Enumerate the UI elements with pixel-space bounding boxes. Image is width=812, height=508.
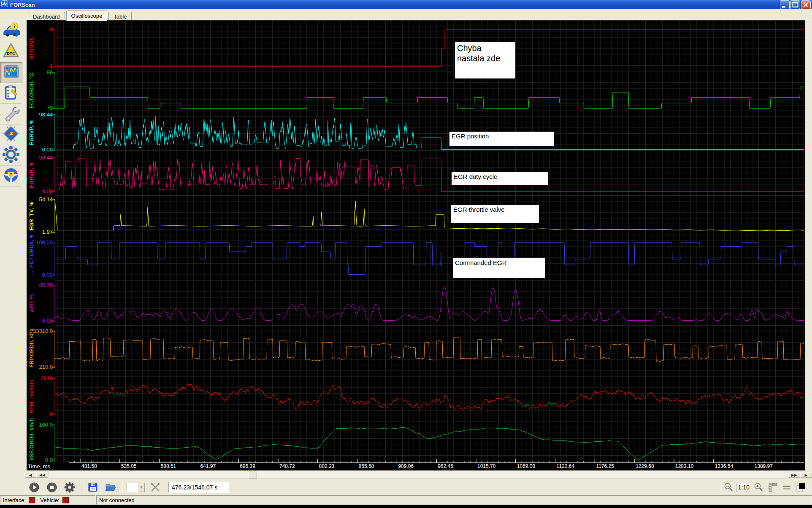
- channel-scale-max: 98.44: [27, 111, 53, 118]
- time-tick-label: 1336.54: [715, 463, 733, 469]
- maximize-button[interactable]: [790, 0, 800, 9]
- scroll-left-button-0[interactable]: ◀: [24, 473, 36, 478]
- zoom-in-button[interactable]: [752, 481, 765, 494]
- record-settings-button[interactable]: [61, 481, 78, 494]
- time-tick-label: 1015.70: [477, 463, 495, 469]
- scroll-left-button-1[interactable]: ◀◀: [36, 473, 48, 478]
- save-button[interactable]: [84, 481, 102, 494]
- sidebar-button-dtc[interactable]: DTC: [0, 41, 22, 62]
- tests-icon: [2, 84, 20, 103]
- annotation-box[interactable]: Chyba nastala zde: [455, 42, 515, 78]
- channel-scale-max: 98.44: [27, 154, 53, 161]
- time-tick-label: 1389.97: [755, 463, 773, 469]
- vehicle-label: Vehicle:: [40, 497, 60, 503]
- time-tick-label: 1176.25: [596, 463, 614, 469]
- play-button[interactable]: [25, 481, 43, 494]
- channel-scale-min: 79: [27, 105, 53, 111]
- sidebar-button-tests[interactable]: [0, 83, 22, 104]
- channel-scale-min: 1: [27, 63, 53, 69]
- sidebar-button-help[interactable]: ?: [0, 166, 22, 186]
- svg-text:i: i: [13, 23, 15, 30]
- scroll-right-button-1[interactable]: ▶: [800, 473, 812, 478]
- channel-name-label: RPM, rev/min: [27, 378, 36, 415]
- settings-icon: [2, 146, 20, 165]
- window-title: FORScan: [10, 2, 779, 8]
- channel-name-label: EGRVR, %: [27, 158, 36, 192]
- ruler-button[interactable]: [766, 481, 779, 494]
- zoom-out-button[interactable]: [723, 481, 735, 494]
- bottom-strip: [0, 505, 812, 508]
- scrollbar-track[interactable]: [49, 470, 788, 479]
- time-tick-label: 802.23: [319, 463, 335, 469]
- channel-name-label: FRP.OBDII, kPa: [27, 331, 36, 367]
- svg-text:?: ?: [10, 172, 12, 176]
- toolbar-separator: [122, 482, 122, 493]
- time-tick-label: 588.51: [161, 463, 176, 469]
- tab-dashboard[interactable]: Dashboard: [28, 12, 65, 21]
- help-icon: ?: [2, 166, 20, 186]
- lines-button[interactable]: [780, 481, 793, 494]
- channel-scale-min: 0.0: [27, 457, 53, 463]
- sidebar-button-vehicle-info[interactable]: i: [0, 21, 22, 41]
- time-tick-label: 962.45: [438, 463, 453, 469]
- toolbar-separator: [81, 482, 81, 493]
- channel-name-label: VSS.OBDII, km/h: [27, 425, 36, 461]
- channel-name-label: EGRVP, %: [27, 115, 36, 150]
- close-button[interactable]: [801, 0, 811, 9]
- channel-scale-min: 0.00: [27, 146, 53, 153]
- service-icon: [2, 104, 20, 124]
- annotation-box[interactable]: EGR throttle valve: [451, 205, 539, 223]
- channel-scale-max: 80.78: [27, 282, 53, 288]
- marker-combo-field[interactable]: [127, 483, 138, 492]
- forscan-window: FORScan DashboardOscilloscopeTable iDTC?…: [0, 0, 812, 508]
- time-tick-label: 909.06: [398, 463, 414, 469]
- tab-oscilloscope[interactable]: Oscilloscope: [66, 11, 108, 21]
- channel-name-label: ECT.OBDII, °C: [27, 73, 36, 108]
- sidebar-button-configuration[interactable]: [0, 124, 22, 145]
- title-bar: FORScan: [0, 0, 812, 9]
- annotation-box[interactable]: EGR position: [449, 132, 554, 146]
- connection-status: Not connected: [96, 495, 812, 505]
- oscilloscope-plot[interactable]: Time, ms DTCCNT,31ECT.OBDII, °C8679EGRVP…: [27, 20, 805, 470]
- oscilloscope-toolbar: 476.23/1546.07 s 1:10: [0, 479, 812, 495]
- interface-label: Interface:: [3, 497, 26, 503]
- time-tick-label: 855.58: [359, 463, 374, 469]
- chevron-down-icon[interactable]: [138, 483, 145, 492]
- sidebar-button-service[interactable]: [0, 104, 22, 124]
- time-readout: 476.23/1546.07 s: [168, 482, 229, 493]
- time-tick-label: 535.05: [121, 463, 137, 469]
- marker-combo[interactable]: [127, 483, 145, 492]
- channel-scale-min: 210.0: [27, 364, 53, 370]
- annotation-box[interactable]: Commanded EGR: [453, 258, 545, 278]
- open-button[interactable]: [102, 481, 119, 494]
- channel-scale-max: 100.00: [27, 239, 53, 246]
- svg-text:DTC: DTC: [7, 51, 15, 56]
- sidebar-button-settings[interactable]: [0, 145, 22, 166]
- stop-button[interactable]: [43, 481, 61, 494]
- channel-scale-max: 86: [27, 69, 53, 76]
- tab-table[interactable]: Table: [108, 12, 132, 21]
- channel-scale-min: 0: [27, 411, 53, 417]
- app-icon: [1, 0, 8, 9]
- time-tick-label: 695.39: [240, 463, 255, 469]
- fullscreen-button[interactable]: [794, 481, 807, 494]
- scroll-right-button-0[interactable]: ▶▶: [788, 473, 800, 478]
- time-tick-label: 1069.08: [517, 463, 535, 469]
- scrollbar-thumb[interactable]: [249, 471, 257, 478]
- minimize-button[interactable]: [780, 0, 790, 9]
- time-tick-label: 641.97: [200, 463, 216, 469]
- sidebar-button-oscilloscope[interactable]: [0, 62, 22, 83]
- channel-scale-max: 100.0: [27, 422, 53, 428]
- sidebar: iDTC?: [0, 20, 27, 470]
- measure-button[interactable]: [146, 481, 164, 494]
- dtc-icon: DTC: [2, 42, 20, 61]
- time-tick-label: 1122.64: [557, 463, 575, 469]
- channel-name-label: APP, %: [27, 285, 36, 322]
- vehicle-indicator: [62, 497, 69, 503]
- configuration-icon: [2, 125, 20, 144]
- channel-name-label: DTCCNT,: [27, 30, 36, 67]
- annotation-box[interactable]: EGR duty cycle: [452, 172, 548, 185]
- channel-scale-max: 54.14: [27, 196, 53, 203]
- time-tick-label: 1229.68: [636, 463, 654, 469]
- time-tick-label: 1283.10: [675, 463, 693, 469]
